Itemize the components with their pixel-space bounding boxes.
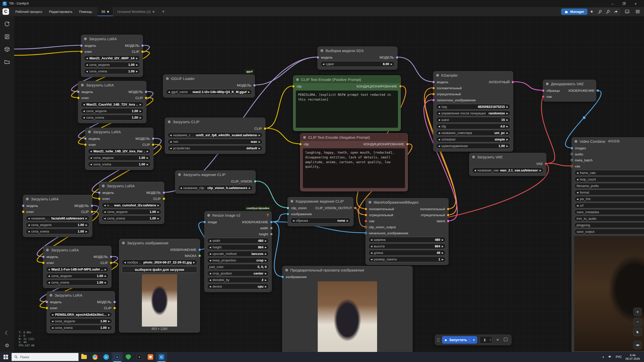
workflows-folder-icon[interactable] [4, 59, 10, 65]
input-port[interactable] [571, 165, 573, 167]
increment-arrow-icon[interactable]: ▶ [442, 258, 444, 261]
widget-н[interactable]: ◀н ...wan_cumshot_i2v.safetensors▶ [102, 202, 162, 208]
input-port[interactable] [287, 213, 289, 215]
increment-arrow-icon[interactable]: ▶ [265, 253, 267, 255]
decrement-arrow-icon[interactable]: ◀ [83, 103, 85, 106]
comfyui-logo[interactable]: C [3, 8, 9, 15]
output-port[interactable] [396, 56, 398, 59]
node-clip-pos[interactable]: CLIP Text Encode (Positive Prompt)clipКО… [293, 75, 401, 131]
restore-button[interactable] [618, 0, 630, 7]
increment-arrow-icon[interactable]: ▶ [147, 157, 148, 159]
node-help-icon[interactable]: ? [266, 213, 269, 217]
widget-format[interactable]: ◀format▶ [574, 190, 644, 195]
decrement-arrow-icon[interactable]: ◀ [209, 272, 211, 275]
increment-arrow-icon[interactable]: ▶ [265, 240, 267, 242]
collapse-dot-icon[interactable] [81, 84, 84, 86]
widget-высота[interactable]: ◀высота864▶ [368, 243, 446, 249]
decrement-arrow-icon[interactable]: ◀ [577, 204, 578, 207]
taskbar-chrome-icon[interactable] [90, 352, 101, 362]
decrement-arrow-icon[interactable]: ◀ [168, 91, 170, 93]
decrement-arrow-icon[interactable]: ◀ [371, 252, 372, 254]
decrement-arrow-icon[interactable]: ◀ [293, 219, 294, 222]
node-button[interactable]: выберите файл для загрузки [122, 266, 197, 273]
decrement-arrow-icon[interactable]: ◀ [371, 258, 372, 261]
decrement-arrow-icon[interactable]: ◀ [104, 217, 106, 220]
increment-arrow-icon[interactable]: ▶ [140, 103, 141, 106]
decrement-arrow-icon[interactable]: ◀ [209, 279, 211, 281]
drag-handle-icon[interactable] [437, 338, 439, 342]
node-sd3-shift[interactable]: Выборка модели SD3модельМОДЕЛЬ◀сдвиг8.00… [317, 47, 397, 70]
decrement-arrow-icon[interactable]: ◀ [577, 191, 578, 194]
widget-crf[interactable]: ◀crf▶ [574, 203, 644, 208]
theme-moon-icon[interactable]: ☾ [4, 330, 10, 336]
output-port[interactable] [145, 97, 147, 99]
widget-combo[interactable]: ◀Wan2.1-Fun-14B-InP-MPS.safet ...▶ [46, 266, 109, 272]
widget-width[interactable]: ◀width480▶ [207, 238, 269, 244]
increment-arrow-icon[interactable]: ▶ [105, 281, 106, 284]
widget-frame_rate[interactable]: ◀frame_rate▶ [574, 170, 644, 176]
widget-название_[interactable]: ◀название_...facials60.safetensors▶ [26, 215, 90, 221]
output-port[interactable] [113, 301, 116, 303]
increment-arrow-icon[interactable]: ▶ [86, 230, 87, 233]
decrement-arrow-icon[interactable]: ◀ [86, 57, 88, 60]
increment-arrow-icon[interactable]: ▶ [108, 327, 110, 329]
decrement-arrow-icon[interactable]: ◀ [83, 110, 85, 112]
widget-pad_color[interactable]: pad_color0, 0, 0 [207, 264, 269, 270]
widget-сила_клипа[interactable]: ◀сила_клипа1.00▶ [26, 229, 90, 234]
input-port[interactable] [365, 214, 367, 216]
node-load-vae[interactable]: Загрузить VAEVAE◀название_vaewan_2.1_vae… [469, 153, 546, 176]
output-port[interactable] [253, 84, 256, 87]
widget-название_vae[interactable]: ◀название_vaewan_2.1_vae.safetensors▶ [472, 167, 544, 173]
decrement-arrow-icon[interactable]: ◀ [86, 64, 88, 66]
new-workflow-tab-button[interactable]: + [158, 7, 168, 16]
output-port[interactable] [447, 208, 450, 210]
output-port[interactable] [152, 143, 154, 146]
widget-save_output[interactable]: save_output [574, 229, 644, 235]
queue-icon[interactable] [4, 34, 10, 40]
increment-arrow-icon[interactable]: ▶ [157, 204, 159, 207]
node-lora-5[interactable]: Загрузить LoRAмодельМОДЕЛЬклипCLIP◀назва… [23, 195, 92, 237]
widget-save_metadata[interactable]: save_metadata [574, 209, 644, 215]
widget-сила_модели[interactable]: ◀сила_модели1.00▶ [102, 209, 162, 215]
widget-scheduler[interactable]: ◀schedulersimple▶ [436, 137, 510, 142]
input-port[interactable] [42, 255, 45, 258]
decrement-arrow-icon[interactable]: ◀ [48, 281, 50, 284]
increment-arrow-icon[interactable]: ▶ [259, 134, 260, 137]
menu-workflow[interactable]: Рабочий процесс [12, 10, 46, 14]
output-port[interactable] [270, 221, 273, 223]
decrement-arrow-icon[interactable]: ◀ [90, 150, 92, 153]
vacuum-icon-1[interactable] [596, 9, 603, 15]
increment-arrow-icon[interactable]: ▶ [140, 110, 141, 112]
increment-arrow-icon[interactable]: ▶ [347, 219, 348, 222]
output-port[interactable] [145, 90, 147, 93]
taskbar-explorer-icon[interactable] [78, 352, 90, 362]
share-icon[interactable] [612, 9, 620, 15]
increment-arrow-icon[interactable]: ▶ [265, 279, 267, 281]
increment-arrow-icon[interactable]: ▶ [157, 217, 159, 220]
input-port[interactable] [365, 232, 367, 234]
node-vae-decode[interactable]: Декодировать VAEобразцыИЗОБРАЖЕНИЕvae [543, 80, 596, 102]
decrement-arrow-icon[interactable]: ◀ [577, 198, 578, 200]
widget-combo[interactable]: ◀Wan21_CausVid_14B_T2V_lora ...▶ [81, 102, 144, 107]
output-port[interactable] [447, 220, 450, 222]
speaker-icon[interactable] [608, 355, 612, 359]
increment-arrow-icon[interactable]: ▶ [86, 224, 87, 226]
increment-arrow-icon[interactable]: ▶ [86, 217, 87, 220]
language-indicator[interactable]: РУС [616, 355, 622, 359]
decrement-arrow-icon[interactable]: ◀ [209, 253, 211, 255]
widget-изобра[interactable]: ◀изобра ...photo_2024-08-27_22-29-31.jpg… [122, 259, 197, 265]
decrement-arrow-icon[interactable]: ◀ [52, 313, 53, 316]
decrement-arrow-icon[interactable]: ◀ [86, 70, 88, 73]
decrement-arrow-icon[interactable]: ◀ [438, 112, 440, 115]
node-clip-vision-encode[interactable]: Кодирование видения CLIPclip_visionCLIP_… [288, 197, 353, 226]
increment-arrow-icon[interactable]: ▶ [506, 132, 508, 134]
widget-сила_модели[interactable]: ◀сила_модели1.00▶ [81, 108, 144, 114]
output-port[interactable] [198, 248, 201, 251]
decrement-arrow-icon[interactable]: ◀ [48, 268, 50, 271]
widget-combo[interactable]: ◀PENISLORA_epoch42e62e30e1...▶ [49, 312, 112, 318]
input-port[interactable] [432, 93, 435, 96]
increment-arrow-icon[interactable]: ▶ [136, 57, 138, 60]
collapse-dot-icon[interactable] [122, 242, 125, 244]
widget-ширина[interactable]: ◀ширина480▶ [368, 237, 446, 243]
collapse-dot-icon[interactable] [285, 269, 288, 272]
